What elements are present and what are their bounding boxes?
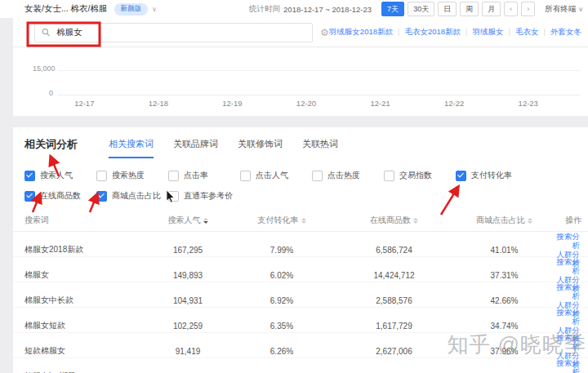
date-range: 2018-12-17 ~ 2018-12-23 [283,5,372,14]
related-words-panel: 相关词分析 相关搜索词 关联品牌词 关联修饰词 关联热词 搜索人气 [13,127,588,373]
metric-checkbox-item[interactable]: 搜索人气 [24,170,96,181]
range-button[interactable]: 日 [438,2,457,16]
metric-checkbox-item[interactable]: 支付转化率 [456,170,577,181]
range-button[interactable]: 月 [482,2,501,16]
cell-popularity: 167,295 [147,246,229,255]
table-row: 棉服女短款 102,259 6.35% 1,617,729 34.74% 搜索分… [13,308,588,333]
search-analysis-link[interactable]: 搜索分析 [555,308,580,326]
metric-label: 交易指数 [399,170,432,181]
metric-checkbox-item[interactable]: 点击人气 [240,170,312,181]
metric-checkbox-item[interactable]: 直通车参考价 [168,190,240,202]
tab[interactable]: 关联热词 [302,138,338,158]
col-header-label: 商城点击占比 [476,215,525,226]
metric-checkbox-item[interactable]: 在线商品数 [24,190,96,202]
range-button[interactable]: 周 [460,2,479,16]
cell-mall-ratio: 37.31% [453,271,555,280]
cell-keyword: 短款棉服女 [24,345,147,357]
range-button[interactable]: 30天 [408,2,434,16]
hot-search-link[interactable]: 羽绒服女2018新款 [329,27,405,38]
x-axis-labels: 12-17 12-18 12-19 12-20 12-21 12-22 12-2… [47,99,565,108]
col-header-keyword[interactable]: 搜索词 [24,215,147,226]
panel-header: 相关词分析 相关搜索词 关联品牌词 关联修饰词 关联热词 [13,127,588,158]
metric-checkbox-item[interactable]: 商城点击占比 [96,190,168,202]
stats-time-label: 统计时间 [249,4,280,15]
checkbox-icon[interactable] [96,191,107,202]
col-header-mall-ratio[interactable]: 商城点击占比 [453,215,555,226]
sort-icon[interactable] [413,218,418,224]
trend-card: ⚙ 羽绒服女2018新款 毛衣女2018新款 羽绒服女 毛衣女 外套女冬 15,… [13,18,588,116]
table-body: 棉服女2018新款 167,295 7.99% 6,586,724 41.01%… [13,232,588,373]
search-analysis-link[interactable]: 搜索分析 [555,257,580,275]
col-header-conversion[interactable]: 支付转化率 [229,215,335,226]
cell-popularity: 104,931 [147,296,229,305]
x-axis-tick: 12-19 [195,99,270,108]
hot-search-link[interactable]: 外套女冬 [550,27,581,38]
version-badge: 新颜版 [114,3,149,16]
cell-conversion: 6.02% [229,271,335,280]
col-header-products[interactable]: 在线商品数 [335,215,453,226]
hot-search-link[interactable]: 羽绒服女 [473,27,515,38]
metric-label: 直通车参考价 [184,190,233,202]
col-header-popularity[interactable]: 搜索人气 [147,215,229,226]
table-row: 棉服女2018新款 167,295 7.99% 6,586,724 41.01%… [13,232,588,257]
table-row: 棉服女ins潮风 82,187 2.85% 64,153 30.93% 搜索分析… [13,358,588,373]
col-header-label: 搜索人气 [168,215,201,226]
metric-label: 在线商品数 [40,190,81,202]
metric-row-2: 在线商品数 商城点击占比 直通车参考价 [24,190,577,202]
cell-products: 1,617,729 [335,322,453,331]
tab[interactable]: 关联修饰词 [238,138,283,158]
cell-keyword: 棉服女2018新款 [24,244,147,255]
search-analysis-link[interactable]: 搜索分析 [555,358,580,373]
metric-label: 点击人气 [256,170,288,181]
checkbox-icon[interactable] [168,191,179,202]
checkbox-icon[interactable] [312,171,323,181]
table-header: 搜索词 搜索人气 支付转化率 在线商品数 商城点击占比 操作 [13,210,588,232]
metric-label: 商城点击占比 [112,190,161,202]
checkbox-icon[interactable] [24,171,35,181]
cell-mall-ratio: 41.01% [453,246,555,255]
x-axis-tick: 12-23 [491,99,565,108]
prev-period-button[interactable]: ‹ [504,2,518,16]
x-axis-tick: 12-20 [270,99,344,108]
checkbox-icon[interactable] [456,171,466,181]
checkbox-icon[interactable] [384,171,394,181]
terminal-selector[interactable]: 所有终端 ∨ [545,4,583,15]
search-input[interactable] [55,27,305,38]
top-bar: 女装/女士... 棉衣/棉服 新颜版 ∨ 统计时间 2018-12-17 ~ 2… [0,0,588,18]
keywords-table: 搜索词 搜索人气 支付转化率 在线商品数 商城点击占比 操作 [13,210,588,373]
table-row: 短款棉服女 91,419 6.26% 2,627,006 37.96% 搜索分析… [13,333,588,358]
cell-conversion: 6.35% [229,322,335,331]
checkbox-icon[interactable] [96,171,107,181]
sort-icon[interactable] [301,218,306,224]
panel-title: 相关词分析 [24,137,78,158]
search-analysis-link[interactable]: 搜索分析 [555,282,580,300]
search-analysis-link[interactable]: 搜索分析 [555,232,580,250]
tab[interactable]: 关联品牌词 [173,138,218,158]
chevron-down-icon[interactable]: ∨ [152,6,157,13]
hot-search-link[interactable]: 毛衣女2018新款 [404,27,472,38]
tab[interactable]: 相关搜索词 [109,138,154,158]
sort-icon[interactable] [203,218,208,224]
cell-popularity: 91,419 [147,347,229,356]
search-icon [42,28,50,37]
x-axis-tick: 12-17 [47,99,122,108]
metric-checkbox-item[interactable]: 点击热度 [312,170,384,181]
trend-chart: 15,000 0 12-17 12-18 12-19 12-20 12-21 1… [13,47,588,116]
gear-icon[interactable]: ⚙ [320,28,329,38]
range-button[interactable]: 7天 [381,2,404,16]
metric-row-1: 搜索人气 搜索热度 点击率 点击人气 [24,170,577,181]
metric-checkbox-item[interactable]: 搜索热度 [96,170,168,181]
metric-checkbox-item[interactable]: 交易指数 [384,170,456,181]
hot-search-link[interactable]: 毛衣女 [515,27,550,38]
search-analysis-link[interactable]: 搜索分析 [555,333,580,351]
sort-icon[interactable] [528,218,532,224]
col-header-label: 支付转化率 [258,215,299,226]
metric-checkbox-item[interactable]: 点击率 [168,170,240,181]
keyword-search-box[interactable] [34,23,313,42]
checkbox-icon[interactable] [168,171,179,181]
col-header-label: 在线商品数 [370,215,411,226]
next-period-button[interactable]: › [521,2,535,16]
date-controls: 统计时间 2018-12-17 ~ 2018-12-23 7天 30天 日 周 … [249,2,583,16]
checkbox-icon[interactable] [240,171,251,181]
checkbox-icon[interactable] [24,191,35,202]
